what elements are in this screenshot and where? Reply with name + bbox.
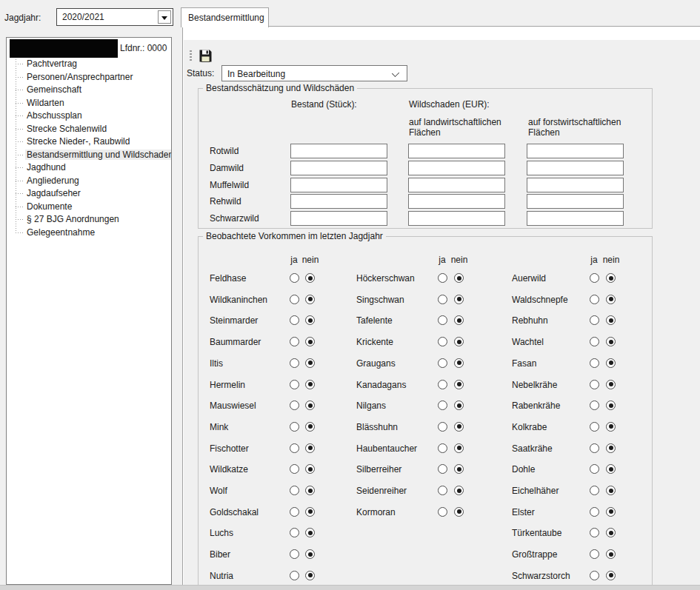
tree-item-label: Strecke Nieder-, Raubwild — [25, 136, 131, 147]
tree-item-gemeinschaft[interactable]: Gemeinschaft — [7, 84, 172, 96]
radio-ja-waldschnepfe[interactable] — [590, 295, 599, 304]
wildschaden-landwirtschaftlich-input-damwild[interactable] — [408, 161, 505, 175]
wildschaden-forstwirtschaftlich-input-rotwild[interactable] — [527, 144, 624, 158]
wildschaden-forstwirtschaftlich-input-muffelwild[interactable] — [527, 178, 624, 192]
nein-column-header: nein — [601, 255, 621, 265]
radio-nein-dohle[interactable] — [606, 464, 616, 474]
redacted-revier-name — [10, 39, 118, 58]
species-label: Waldschnepfe — [512, 295, 568, 305]
radio-ja-rabenkrähe[interactable] — [590, 400, 599, 410]
tree-connector — [16, 141, 24, 142]
radio-ja-schwarzstorch[interactable] — [590, 571, 599, 580]
radio-ja-kolkrabe[interactable] — [590, 422, 599, 432]
jagdjahr-combobox[interactable]: 2020/2021 — [56, 8, 173, 26]
bestand-input-schwarzwild[interactable] — [290, 211, 387, 226]
tree-item-strecke-schalenwild[interactable]: Strecke Schalenwild — [7, 123, 172, 135]
jagdjahr-label: Jagdjahr: — [4, 13, 41, 23]
tree-item-label: Wildarten — [25, 98, 66, 108]
radio-nein-rabenkrähe[interactable] — [606, 400, 616, 410]
species-label: Auerwild — [512, 273, 546, 284]
tree-connector — [16, 90, 24, 90]
species-label: Kolkrabe — [512, 422, 547, 432]
toolbar-grip-handle[interactable] — [190, 50, 192, 62]
group-bestandsschaetzung-title: Bestandsschätzung und Wildschäden — [203, 83, 357, 93]
species-row-waldschnepfe: Waldschnepfe — [199, 295, 653, 306]
bestand-input-muffelwild[interactable] — [290, 178, 387, 192]
wildschaden-landwirtschaftlich-input-rotwild[interactable] — [408, 144, 505, 158]
tree-item-bestandsermittlung-und-wildschaden[interactable]: Bestandsermittlung und Wildschaden — [7, 149, 172, 161]
nein-column-header: nein — [449, 255, 470, 265]
radio-nein-rebhuhn[interactable] — [606, 315, 616, 325]
radio-ja-rebhuhn[interactable] — [590, 315, 599, 325]
radio-ja-auerwild[interactable] — [590, 273, 599, 283]
radio-ja-saatkrähe[interactable] — [590, 443, 599, 453]
tree-connector — [16, 77, 24, 78]
bestand-input-rotwild[interactable] — [290, 144, 387, 158]
radio-ja-wachtel[interactable] — [590, 337, 599, 346]
wildschaden-forstwirtschaftlich-input-rehwild[interactable] — [527, 194, 624, 209]
radio-nein-waldschnepfe[interactable] — [606, 295, 616, 304]
species-label: Türkentaube — [512, 528, 561, 538]
radio-ja-elster[interactable] — [590, 507, 599, 517]
tree-connector — [16, 64, 24, 64]
radio-nein-nebelkrähe[interactable] — [606, 380, 616, 389]
tree-item-jagdaufseher[interactable]: Jagdaufseher — [7, 187, 172, 200]
bestand-input-damwild[interactable] — [290, 161, 387, 175]
radio-nein-türkentaube[interactable] — [606, 528, 616, 537]
tree-item-gelegeentnahme[interactable]: Gelegeentnahme — [7, 227, 172, 239]
tab-bestandsermittlung[interactable]: Bestandsermittlung — [181, 7, 269, 27]
tree-item-personen-ansprechpartner[interactable]: Personen/Ansprechpartner — [7, 71, 172, 84]
wildschaden-forstwirtschaftlich-input-damwild[interactable] — [527, 161, 624, 175]
tree-connector — [16, 232, 24, 233]
save-button[interactable] — [198, 48, 213, 64]
tree-item-dokumente[interactable]: Dokumente — [7, 201, 172, 213]
radio-ja-nebelkrähe[interactable] — [590, 380, 599, 389]
radio-ja-fasan[interactable] — [590, 358, 599, 368]
tree-connector — [16, 103, 24, 104]
status-combobox[interactable]: In Bearbeitung — [221, 65, 407, 81]
radio-nein-wachtel[interactable] — [606, 337, 616, 346]
combobox-dropdown-arrow-icon[interactable] — [158, 10, 171, 24]
radio-nein-fasan[interactable] — [606, 358, 616, 368]
radio-ja-großtrappe[interactable] — [590, 549, 599, 559]
wildschaden-landwirtschaftlich-input-rehwild[interactable] — [408, 194, 505, 209]
tree-item-label: Dokumente — [25, 201, 73, 212]
wildschaden-landwirtschaftlich-input-muffelwild[interactable] — [408, 178, 505, 192]
tree-item-27-bjg-anordnungen[interactable]: § 27 BJG Anordnungen — [7, 213, 172, 226]
tree-item-wildarten[interactable]: Wildarten — [7, 97, 172, 110]
species-row-rebhuhn: Rebhuhn — [199, 315, 653, 327]
radio-ja-eichelhäher[interactable] — [590, 486, 599, 495]
group-bestandsschaetzung: Bestandsschätzung und Wildschäden Bestan… — [198, 88, 653, 229]
radio-nein-schwarzstorch[interactable] — [606, 571, 616, 580]
tree-item-strecke-nieder-raubwild[interactable]: Strecke Nieder-, Raubwild — [7, 135, 172, 148]
row-label-muffelwild: Muffelwild — [210, 180, 249, 190]
tree-connector — [16, 181, 24, 181]
radio-nein-großtrappe[interactable] — [606, 549, 616, 559]
navigation-tree: Lfdnr.: 0000 PachtvertragPersonen/Anspre… — [6, 37, 172, 585]
window-bottom-edge — [0, 585, 700, 590]
wildschaden-forstwirtschaftlich-input-schwarzwild[interactable] — [527, 211, 624, 226]
row-label-damwild: Damwild — [210, 163, 244, 173]
radio-ja-dohle[interactable] — [590, 464, 599, 474]
tree-item-angliederung[interactable]: Angliederung — [7, 175, 172, 187]
radio-nein-auerwild[interactable] — [606, 273, 616, 283]
species-row-eichelhäher: Eichelhäher — [199, 486, 653, 497]
species-label: Nebelkrähe — [512, 380, 557, 390]
radio-nein-kolkrabe[interactable] — [606, 422, 616, 432]
group-beobachtete-vorkommen: Beobachtete Vorkommen im letzten Jagdjah… — [198, 236, 653, 590]
radio-nein-elster[interactable] — [606, 507, 616, 517]
species-label: Elster — [512, 507, 535, 517]
species-label: Dohle — [512, 464, 535, 475]
species-label: Eichelhäher — [512, 486, 559, 496]
radio-nein-eichelhäher[interactable] — [606, 486, 616, 495]
tree-item-label: Angliederung — [25, 175, 81, 186]
radio-nein-saatkrähe[interactable] — [606, 443, 616, 453]
tree-item-abschussplan[interactable]: Abschussplan — [7, 110, 172, 122]
radio-ja-türkentaube[interactable] — [590, 528, 599, 537]
wildschaden-landwirtschaftlich-input-schwarzwild[interactable] — [408, 211, 505, 226]
ja-column-header: ja — [287, 255, 301, 265]
tree-connector — [16, 129, 24, 130]
tree-item-pachtvertrag[interactable]: Pachtvertrag — [7, 58, 172, 70]
bestand-input-rehwild[interactable] — [290, 194, 387, 209]
tree-item-jagdhund[interactable]: Jagdhund — [7, 161, 172, 174]
